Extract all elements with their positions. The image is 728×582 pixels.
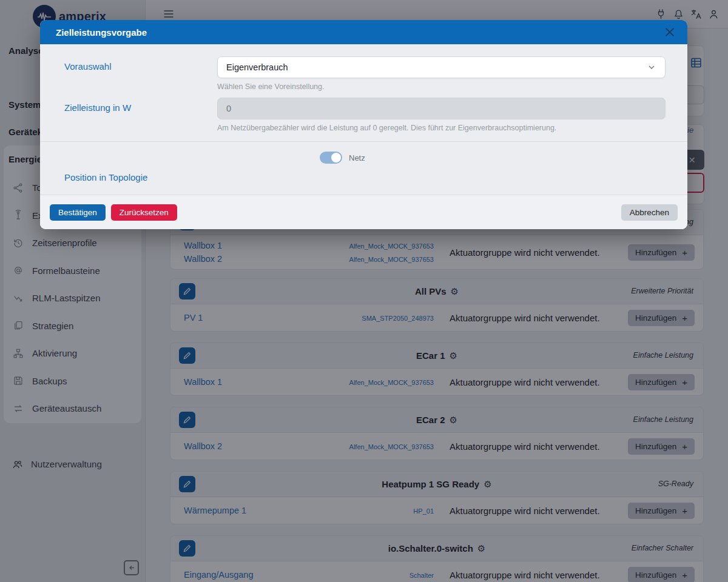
reset-button[interactable]: Zurücksetzen — [111, 204, 177, 221]
divider — [40, 141, 687, 142]
dialog-header: Zielleistungsvorgabe — [40, 20, 687, 44]
dialog-body: Vorauswahl Eigenverbrauch Wählen Sie ein… — [40, 44, 687, 183]
chevron-down-icon — [647, 62, 656, 72]
dialog-title: Zielleistungsvorgabe — [56, 27, 147, 38]
preset-select-value: Eigenverbrauch — [226, 62, 288, 72]
preset-helper-text: Wählen Sie eine Voreinstellung. — [217, 82, 666, 91]
dialog-footer: Bestätigen Zurücksetzen Abbrechen — [40, 195, 687, 229]
target-power-helper-text: Am Netzübergabezähler wird die Leistung … — [217, 124, 666, 132]
preset-label: Vorauswahl — [64, 56, 217, 91]
confirm-button[interactable]: Bestätigen — [50, 204, 106, 221]
position-in-topology-link[interactable]: Position in Topologie — [64, 172, 147, 182]
netz-toggle[interactable] — [320, 152, 342, 164]
target-power-input[interactable] — [217, 98, 666, 119]
close-icon[interactable] — [663, 25, 676, 39]
netz-toggle-label: Netz — [349, 153, 365, 162]
cancel-button[interactable]: Abbrechen — [621, 204, 678, 221]
target-power-label: Zielleistung in W — [64, 98, 217, 132]
zielleistungsvorgabe-dialog: Zielleistungsvorgabe Vorauswahl Eigenver… — [40, 20, 687, 229]
preset-select[interactable]: Eigenverbrauch — [217, 56, 666, 78]
